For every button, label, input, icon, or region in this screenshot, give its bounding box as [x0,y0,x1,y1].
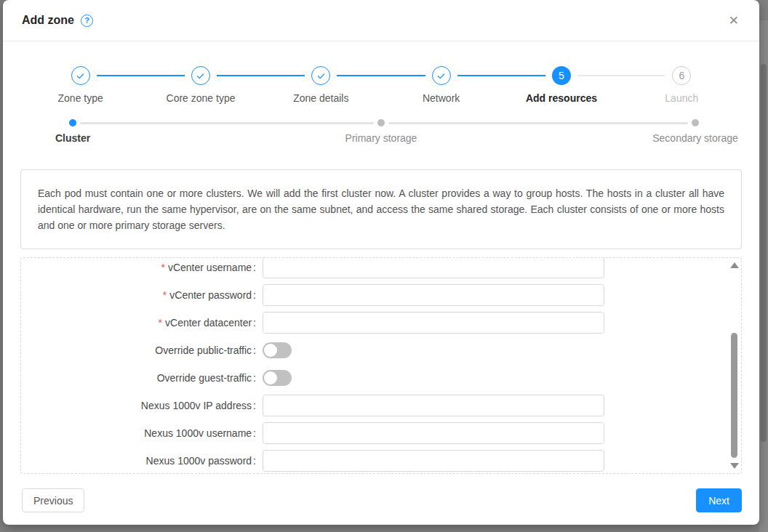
step-number-badge: 5 [552,66,571,85]
field-label: Nexus 1000v password: [21,455,263,467]
vcenter-password-input[interactable] [263,284,604,306]
vcenter-username-input[interactable] [263,257,604,278]
substep-label-cluster: Cluster [55,132,90,144]
field-label: *vCenter password: [21,289,263,301]
form-row-override-guest-traffic: Override guest-traffic: [21,364,741,392]
step-number-badge: 6 [672,66,691,85]
form-row-nexus-username: Nexus 1000v username: [21,419,741,447]
wizard-steps: Zone type Core zone type Zone details [20,41,742,105]
cluster-form-panel: *vCenter username: *vCenter password: *v… [20,257,742,474]
form-scrollbar [729,259,740,472]
step-label: Add resources [501,92,621,105]
step-core-zone-type: Core zone type [140,66,260,105]
modal-header: Add zone ? ✕ [3,0,759,41]
form-row-vcenter-password: *vCenter password: [21,281,741,309]
resource-substeps: Cluster Primary storage Secondary storag… [25,119,737,150]
required-marker: * [161,262,164,273]
step-zone-type: Zone type [20,66,140,105]
cluster-info-card: Each pod must contain one or more cluste… [20,169,742,249]
check-icon [311,66,330,85]
required-marker: * [159,317,162,329]
form-row-nexus-ip: Nexus 1000v IP address: [21,392,741,419]
nexus-ip-address-input[interactable] [263,395,604,416]
check-icon [191,66,210,85]
toggle-knob [264,344,277,357]
modal-title: Add zone [22,14,74,27]
background-page-scrollbar[interactable] [759,20,768,532]
required-marker: * [163,289,167,301]
substep-label-secondary-storage: Secondary storage [652,132,738,144]
scroll-down-arrow-icon[interactable] [730,463,739,469]
step-label: Core zone type [140,92,260,105]
step-connector [337,75,425,76]
step-label: Zone type [20,92,140,105]
nexus-password-input[interactable] [263,450,604,472]
step-label: Zone details [261,92,381,105]
field-label: *vCenter datacenter: [21,317,263,329]
next-button[interactable]: Next [696,488,742,512]
override-public-traffic-toggle[interactable] [263,342,292,358]
step-connector [577,75,665,76]
field-label: Override guest-traffic: [21,372,263,384]
step-connector [97,75,185,76]
step-add-resources: 5 Add resources [501,66,621,105]
step-connector [217,75,305,76]
form-row-override-public-traffic: Override public-traffic: [21,336,741,364]
field-label: Override public-traffic: [21,344,263,356]
add-zone-modal: Add zone ? ✕ Zone type Core zone type [3,0,759,525]
field-label: *vCenter username: [21,262,263,273]
help-icon[interactable]: ? [81,15,93,27]
form-rows: *vCenter username: *vCenter password: *v… [21,257,741,474]
form-row-vcenter-username: *vCenter username: [21,257,741,281]
substep-dot-primary-storage [377,119,385,126]
cluster-info-text: Each pod must contain one or more cluste… [38,185,724,233]
step-connector [457,75,545,76]
check-icon [432,66,451,85]
substep-connector [80,122,374,124]
step-label: Network [381,92,501,105]
step-network: Network [381,66,501,105]
scroll-up-arrow-icon[interactable] [730,262,739,268]
substep-label-primary-storage: Primary storage [345,132,417,144]
substep-dot-cluster [69,119,76,126]
field-label: Nexus 1000v username: [21,427,263,439]
toggle-knob [264,371,277,384]
substep-connector [388,122,688,124]
form-row-nexus-password: Nexus 1000v password: [21,447,741,474]
scrollbar-thumb[interactable] [731,333,737,458]
field-label: Nexus 1000v IP address: [21,400,263,411]
override-guest-traffic-toggle[interactable] [263,370,292,386]
form-row-vcenter-datacenter: *vCenter datacenter: [21,309,741,336]
modal-body: Zone type Core zone type Zone details [3,41,759,474]
step-label: Launch [622,92,742,105]
nexus-username-input[interactable] [263,422,604,444]
step-launch: 6 Launch [622,66,742,105]
step-zone-details: Zone details [261,66,381,105]
modal-footer: Previous Next [3,474,759,526]
check-icon [71,66,90,85]
previous-button[interactable]: Previous [22,488,84,512]
substep-dot-secondary-storage [692,119,699,126]
vcenter-datacenter-input[interactable] [263,312,604,334]
close-icon[interactable]: ✕ [726,12,742,30]
